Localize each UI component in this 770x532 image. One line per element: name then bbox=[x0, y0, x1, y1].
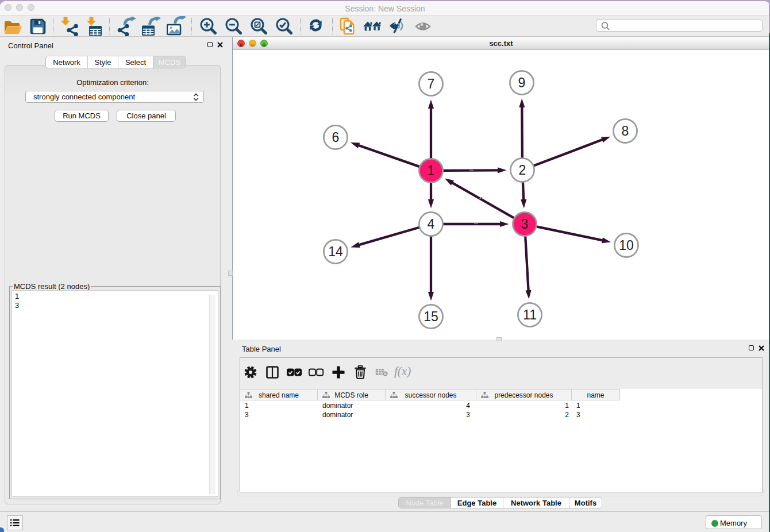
svg-text:1: 1 bbox=[428, 163, 435, 178]
svg-text:6: 6 bbox=[332, 130, 340, 145]
svg-text:10: 10 bbox=[619, 238, 634, 253]
svg-text:2: 2 bbox=[519, 163, 526, 178]
svg-text:3: 3 bbox=[521, 217, 529, 232]
svg-text:7: 7 bbox=[428, 76, 435, 91]
svg-text:f(x): f(x) bbox=[394, 365, 411, 378]
svg-text:11: 11 bbox=[523, 307, 537, 322]
svg-text:14: 14 bbox=[328, 244, 343, 259]
svg-text:15: 15 bbox=[424, 309, 438, 324]
svg-text:8: 8 bbox=[622, 124, 629, 138]
svg-text:9: 9 bbox=[518, 75, 526, 90]
svg-text:4: 4 bbox=[428, 217, 435, 232]
